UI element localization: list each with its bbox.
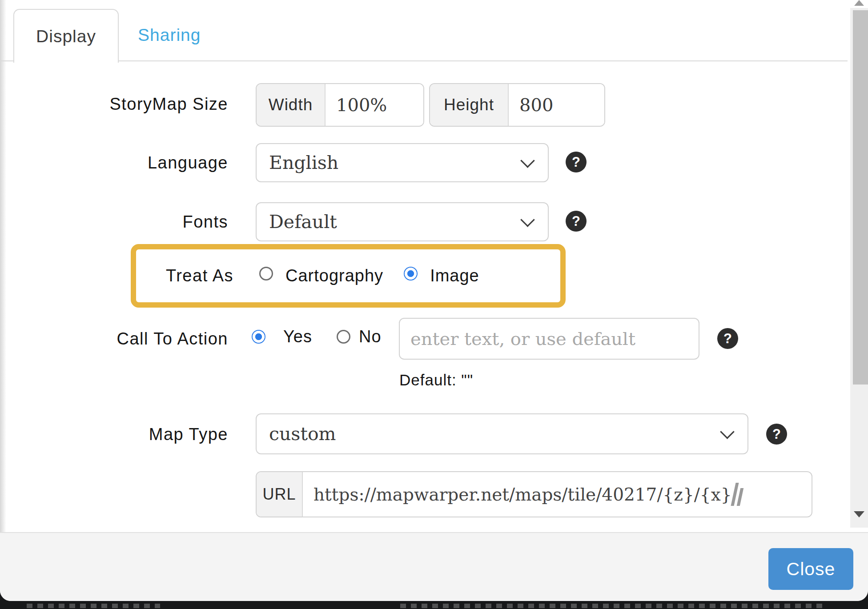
treat-as-cartography-label: Cartography (285, 266, 383, 285)
treat-as-highlight-box: Treat As Cartography Image (131, 244, 566, 308)
url-input[interactable]: https://mapwarper.net/maps/tile/40217/{z… (303, 472, 812, 517)
fonts-selected-value: Default (269, 211, 337, 232)
chevron-down-icon (720, 425, 735, 439)
scroll-down-arrow-icon[interactable] (854, 511, 864, 517)
cta-label: Call To Action (49, 328, 228, 349)
cta-yes-label: Yes (283, 327, 312, 346)
tab-sharing-label: Sharing (138, 25, 201, 45)
url-label: URL (257, 472, 303, 517)
language-select[interactable]: English (256, 143, 549, 182)
map-type-selected-value: custom (269, 423, 336, 445)
background-page-text (400, 604, 827, 608)
treat-as-label: Treat As (136, 266, 233, 285)
language-help-icon[interactable]: ? (566, 152, 587, 172)
tabbar-divider (0, 60, 848, 61)
fonts-label: Fonts (49, 211, 228, 232)
treat-as-image-radio[interactable] (404, 267, 418, 280)
map-type-select[interactable]: custom (256, 413, 748, 454)
cta-default-note: Default: "" (399, 371, 473, 389)
treat-as-cartography-radio[interactable] (259, 267, 273, 280)
scrollbar-thumb[interactable] (853, 10, 868, 385)
storymap-size-label: StoryMap Size (49, 93, 228, 115)
height-input[interactable] (509, 84, 604, 126)
question-glyph: ? (723, 331, 732, 347)
treat-as-image-label: Image (430, 266, 479, 285)
cta-no-label: No (359, 327, 382, 346)
language-label: Language (49, 152, 228, 173)
cta-help-icon[interactable]: ? (717, 328, 738, 349)
tab-display[interactable]: Display (13, 9, 119, 63)
tab-display-label: Display (36, 27, 96, 46)
url-input-group: URL https://mapwarper.net/maps/tile/4021… (256, 471, 812, 517)
chevron-down-icon (520, 153, 535, 168)
url-value-text: https://mapwarper.net/maps/tile/40217/{z… (313, 485, 731, 505)
background-page-text (27, 604, 160, 608)
question-glyph: ? (772, 426, 781, 442)
text-cursor-artifact (733, 483, 742, 506)
storymap-options-dialog: Display Sharing StoryMap Size Width Heig… (0, 0, 868, 601)
chevron-down-icon (520, 212, 535, 227)
close-button[interactable]: Close (768, 548, 853, 590)
height-label: Height (430, 84, 509, 126)
map-type-help-icon[interactable]: ? (766, 424, 787, 445)
width-input-group: Width (256, 83, 424, 127)
question-glyph: ? (572, 154, 580, 170)
width-input[interactable] (326, 84, 423, 126)
cta-no-radio[interactable] (337, 330, 350, 344)
cta-text-input[interactable] (399, 318, 699, 360)
scroll-up-arrow-icon[interactable] (854, 0, 864, 6)
dialog-left-edge (0, 0, 6, 601)
fonts-help-icon[interactable]: ? (566, 211, 587, 232)
dialog-footer: Close (0, 532, 868, 601)
width-label: Width (257, 84, 326, 126)
fonts-select[interactable]: Default (256, 202, 549, 241)
scrollbar (850, 0, 868, 532)
question-glyph: ? (572, 213, 580, 229)
tab-sharing[interactable]: Sharing (138, 9, 201, 61)
cta-yes-radio[interactable] (252, 330, 265, 344)
height-input-group: Height (429, 83, 605, 127)
map-type-label: Map Type (49, 424, 228, 445)
language-selected-value: English (269, 152, 338, 173)
